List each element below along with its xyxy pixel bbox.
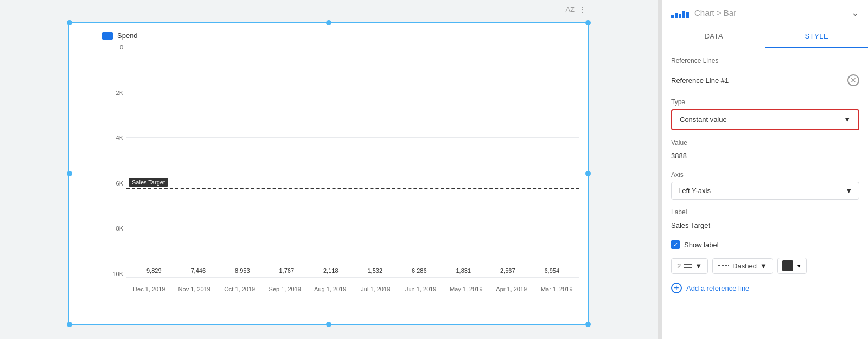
y-label-2k: 2K — [116, 89, 126, 96]
chart-legend: Spend — [102, 31, 579, 40]
axis-dropdown-chevron: ▼ — [845, 187, 852, 195]
ref-line-title: Reference Line #1 — [671, 76, 729, 85]
bar-value-mar: 6,954 — [544, 267, 559, 274]
value-field-group: Value 3888 — [671, 139, 859, 162]
handle-bottom-right[interactable] — [585, 322, 591, 327]
show-label-row: ✓ Show label — [671, 240, 859, 249]
reference-line: Sales Target — [126, 188, 579, 189]
icon-bar-1 — [671, 15, 674, 18]
show-label-checkbox[interactable]: ✓ — [671, 240, 680, 249]
dashed-line-icon — [718, 264, 729, 267]
type-dropdown-wrapper: Constant value ▼ — [671, 109, 859, 130]
x-label-jul: Jul 1, 2019 — [353, 286, 399, 292]
y-label-6k: 6K — [116, 180, 126, 187]
line-weight-dropdown[interactable]: 2 ▼ — [671, 258, 708, 274]
chart-content: 10K 8K 6K 4K 2K 0 — [102, 44, 579, 299]
x-label-jun: Jun 1, 2019 — [398, 286, 444, 292]
panel-tabs: DATA STYLE — [662, 25, 868, 48]
chart-container[interactable]: AZ ⋮ Spend 10K 8K 6K 4K 2K 0 — [68, 22, 589, 325]
label-field-label: Label — [671, 208, 859, 216]
more-icon[interactable]: ⋮ — [579, 5, 586, 14]
tab-data[interactable]: DATA — [662, 25, 765, 48]
legend-label: Spend — [117, 31, 138, 40]
type-field-label: Type — [671, 98, 859, 106]
right-panel: Chart > Bar ⌄ DATA STYLE Reference Lines… — [662, 0, 868, 339]
chart-toolbar: AZ ⋮ — [565, 5, 586, 14]
type-field-group: Type Constant value ▼ — [671, 98, 859, 130]
handle-mid-left[interactable] — [67, 171, 72, 176]
grid-line-0 — [126, 277, 579, 278]
line-style-row: 2 ▼ Dashed ▼ ▼ — [671, 258, 859, 274]
chart-inner: Spend 10K 8K 6K 4K 2K 0 — [69, 23, 588, 324]
bar-value-oct: 8,953 — [235, 267, 250, 274]
bars-section: Sales Target 9,829 7,446 — [126, 44, 579, 277]
handle-bottom-left[interactable] — [67, 322, 72, 327]
icon-bar-5 — [686, 12, 689, 18]
axis-dropdown-value: Left Y-axis — [678, 187, 711, 195]
x-label-may: May 1, 2019 — [444, 286, 489, 292]
bar-value-nov: 7,446 — [190, 267, 206, 274]
handle-top-center[interactable] — [326, 20, 331, 25]
x-label-oct: Oct 1, 2019 — [217, 286, 263, 292]
show-label-text: Show label — [684, 241, 719, 249]
chart-type-icon — [671, 7, 689, 18]
panel-header-left: Chart > Bar — [671, 7, 736, 18]
bar-value-may: 1,831 — [456, 267, 471, 274]
x-label-dec: Dec 1, 2019 — [126, 286, 172, 292]
icon-bar-3 — [679, 14, 681, 18]
axis-field-group: Axis Left Y-axis ▼ — [671, 171, 859, 200]
y-label-8k: 8K — [116, 225, 126, 232]
panel-header: Chart > Bar ⌄ — [662, 0, 868, 25]
tab-style[interactable]: STYLE — [765, 25, 869, 48]
value-field-label: Value — [671, 139, 859, 146]
bar-value-dec: 9,829 — [146, 267, 162, 274]
handle-mid-right[interactable] — [585, 171, 591, 176]
chart-area: AZ ⋮ Spend 10K 8K 6K 4K 2K 0 — [0, 0, 658, 339]
value-field-value: 3888 — [671, 150, 859, 162]
color-picker[interactable]: ▼ — [777, 258, 807, 274]
x-label-mar: Mar 1, 2019 — [534, 286, 580, 292]
y-label-10k: 10K — [112, 271, 126, 277]
panel-content: Reference Lines Reference Line #1 ✕ Type… — [662, 48, 868, 339]
x-axis: Dec 1, 2019 Nov 1, 2019 Oct 1, 2019 Sep … — [126, 279, 579, 299]
axis-field-label: Axis — [671, 171, 859, 178]
add-ref-line-label: Add a reference line — [686, 284, 749, 292]
bar-value-sep: 1,767 — [279, 267, 294, 274]
section-title-ref-lines: Reference Lines — [671, 57, 859, 65]
line-style-value: Dashed — [732, 262, 757, 270]
az-label: AZ — [565, 5, 575, 14]
color-swatch — [782, 260, 793, 271]
bars-wrapper: 9,829 7,446 8,953 — [126, 44, 579, 277]
type-dropdown-value: Constant value — [680, 116, 727, 124]
add-ref-line-button[interactable]: + Add a reference line — [671, 283, 859, 293]
bar-value-jul: 1,532 — [367, 267, 382, 274]
bar-value-apr: 2,567 — [500, 267, 515, 274]
y-axis: 10K 8K 6K 4K 2K 0 — [102, 44, 126, 277]
line-weight-value: 2 — [677, 262, 681, 270]
ref-line-close-button[interactable]: ✕ — [847, 74, 859, 86]
label-field-value: Sales Target — [671, 219, 859, 232]
panel-collapse-icon[interactable]: ⌄ — [851, 7, 859, 18]
x-label-aug: Aug 1, 2019 — [308, 286, 353, 292]
bar-value-jun: 6,286 — [412, 267, 427, 274]
label-field-group: Label Sales Target — [671, 208, 859, 232]
panel-title: Chart > Bar — [694, 8, 736, 17]
x-label-nov: Nov 1, 2019 — [172, 286, 218, 292]
handle-bottom-center[interactable] — [326, 322, 331, 327]
handle-top-right[interactable] — [585, 20, 591, 25]
x-label-apr: Apr 1, 2019 — [489, 286, 534, 292]
y-label-0: 0 — [120, 44, 126, 50]
color-chevron: ▼ — [796, 263, 802, 269]
icon-bar-2 — [675, 13, 678, 18]
ref-line-label: Sales Target — [129, 178, 168, 187]
axis-dropdown[interactable]: Left Y-axis ▼ — [671, 182, 859, 200]
ref-line-row: Reference Line #1 ✕ — [671, 71, 859, 89]
y-label-4k: 4K — [116, 135, 126, 141]
bar-value-aug: 2,118 — [323, 267, 339, 274]
line-style-dropdown[interactable]: Dashed ▼ — [712, 258, 773, 274]
type-dropdown[interactable]: Constant value ▼ — [673, 111, 857, 128]
checkmark-icon: ✓ — [673, 241, 678, 248]
type-dropdown-chevron: ▼ — [844, 116, 851, 124]
handle-top-left[interactable] — [67, 20, 72, 25]
icon-bar-4 — [682, 11, 685, 18]
